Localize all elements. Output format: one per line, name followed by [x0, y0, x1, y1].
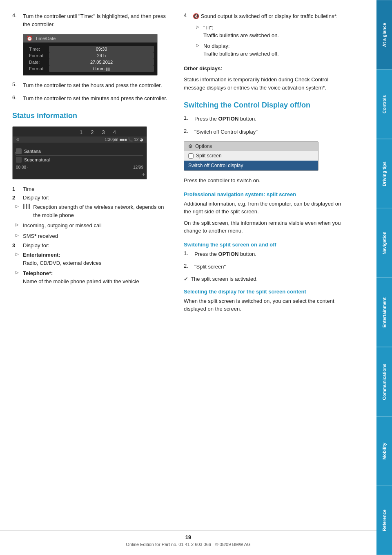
options-title-text: Options — [195, 143, 212, 149]
triangle-icon-2c: ▷ — [16, 233, 20, 237]
split-screen-checkbox[interactable] — [188, 153, 194, 159]
sidebar-tab-mobility[interactable]: Mobility — [376, 416, 392, 486]
num-3: 3 — [12, 242, 19, 248]
footer: 19 Online Edition for Part no. 01 41 2 6… — [0, 530, 376, 547]
status-numbers-overlay: 1 2 3 4 — [80, 129, 116, 135]
bullet-list-3: ▷ Entertainment: Radio, CD/DVD, external… — [16, 251, 172, 285]
left-column: 4. Turn the controller until "Time:" is … — [12, 12, 172, 316]
format-value-1: 24 h — [49, 52, 154, 59]
split-step-2: 2. "Split screen" — [184, 263, 343, 271]
screenshot-content: Time: 09:30 Format: 24 h Date: 27.05.201… — [23, 43, 157, 75]
format-label-1: Format: — [27, 52, 49, 59]
num-3-text: Display for: — [23, 242, 49, 248]
page-number: 19 — [0, 534, 376, 540]
bullet-3b-content: Telephone*: Name of the mobile phone pai… — [23, 269, 139, 285]
step-5: 5. Turn the controller to set the hours … — [12, 81, 172, 90]
bullet-ti: ▷ "TI": Traffic bulletins are switched o… — [196, 24, 338, 40]
pro-nav-text-2: On the split screen, this information re… — [184, 219, 343, 235]
status-section-header: Status information — [12, 111, 172, 121]
step-4: 4. Turn the controller until "Time:" is … — [12, 12, 172, 28]
switching-step-1-num: 1. — [184, 115, 191, 121]
clock-icon: ⏰ — [27, 36, 33, 41]
sidebar-tab-at-a-glance[interactable]: At a glance — [376, 0, 392, 69]
switching-control-header: Switching the Control Display off/on — [184, 101, 343, 110]
step-4-number: 4. — [12, 12, 20, 18]
split-step-1: 1. Press the OPTION button. — [184, 250, 343, 258]
time-label: Time: — [27, 46, 49, 52]
switching-step-1-text: Press the OPTION button. — [194, 115, 343, 123]
bullet-no-text: Traffic bulletins are switched off. — [203, 51, 279, 57]
num-4-label: 4 — [113, 129, 116, 135]
switching-step-2: 2. "Switch off Control display" — [184, 128, 343, 136]
split-step-1-text: Press the OPTION button. — [194, 250, 343, 258]
bullet-no-content: No display: Traffic bulletins are switch… — [203, 42, 279, 58]
sidebar-tab-controls[interactable]: Controls — [376, 69, 392, 139]
bullet-3b-text: Name of the mobile phone paired with the… — [23, 278, 139, 284]
bullet-ti-content: "TI": Traffic bulletins are switched on. — [203, 24, 279, 40]
selecting-text: When the split screen is switched on, yo… — [184, 297, 343, 313]
bullet-list-2: ▷ ▌▌▌ Reception strength of the wireless… — [16, 203, 172, 240]
prev-arrow: ‹ — [14, 149, 16, 157]
bullet-ti-title: "TI": — [203, 25, 213, 31]
add-icon: + — [142, 172, 145, 177]
options-item-switch-off[interactable]: Switch off Control display — [184, 161, 318, 170]
switching-step-1: 1. Press the OPTION button. — [184, 115, 343, 123]
options-screenshot: ⚙ Options Split screen Switch off Contro… — [184, 141, 318, 171]
date-label: Date: — [27, 59, 49, 65]
table-row: Time: 09:30 — [27, 46, 154, 52]
split-screen-label: Split screen — [196, 153, 222, 159]
bullet-no: ▷ No display: Traffic bulletins are swit… — [196, 42, 338, 58]
num-2-text: Display for: — [23, 195, 49, 201]
step-4-right-number: 4 — [184, 12, 189, 18]
copyright-text: Online Edition for Part no. 01 41 2 603 … — [126, 542, 250, 547]
status-music-row-2: Supernatural — [16, 156, 143, 164]
table-row: Format: tt.mm.jjjj — [27, 65, 154, 72]
split-step-2-num: 2. — [184, 263, 191, 269]
bullet-3b: ▷ Telephone*: Name of the mobile phone p… — [16, 269, 172, 285]
music-track-2: Supernatural — [24, 157, 50, 162]
bullet-2a: ▷ ▌▌▌ Reception strength of the wireless… — [16, 203, 172, 219]
status-time-display: 1:30pm ■■■ 📞 12 ◕ — [105, 137, 143, 142]
sidebar-tab-communications[interactable]: Communications — [376, 347, 392, 416]
pro-nav-header: Professional navigation system: split sc… — [184, 191, 343, 197]
bullet-3b-title: Telephone*: — [23, 270, 53, 276]
sidebar-tab-entertainment[interactable]: Entertainment — [376, 278, 392, 347]
split-step-1-num: 1. — [184, 250, 191, 256]
music-icon-1 — [16, 148, 22, 154]
bullet-no-title: No display: — [203, 43, 229, 49]
options-item-split-screen: Split screen — [184, 151, 318, 161]
switching-split-header: Switching the split screen on and off — [184, 242, 343, 248]
num-2-label: 2 — [91, 129, 94, 135]
main-content: 4. Turn the controller until "Time:" is … — [0, 0, 376, 341]
bullet-3a-text: Radio, CD/DVD, external devices — [23, 260, 101, 266]
time-date-table: Time: 09:30 Format: 24 h Date: 27.05.201… — [27, 46, 154, 72]
sidebar-tab-reference[interactable]: Reference — [376, 486, 392, 555]
table-row: Format: 24 h — [27, 52, 154, 59]
triangle-icon-ti: ▷ — [196, 25, 200, 29]
pro-nav-text-1: Additional information, e.g. from the co… — [184, 200, 343, 216]
num-3-label: 3 — [102, 129, 105, 135]
bullet-2c-text: SMS* received — [23, 232, 58, 240]
date-value: 27.05.2012 — [49, 59, 154, 65]
time-value: 09:30 — [49, 46, 154, 52]
switching-step-2-text: "Switch off Control display" — [194, 128, 343, 136]
triangle-icon-no: ▷ — [196, 43, 200, 47]
bullet-ti-text: Traffic bulletins are switched on. — [203, 32, 279, 38]
other-displays-label: Other displays: — [184, 65, 343, 73]
table-row: Date: 27.05.2012 — [27, 59, 154, 65]
step-5-number: 5. — [12, 81, 20, 87]
sidebar: At a glance Controls Driving tips Naviga… — [376, 0, 392, 555]
other-displays-text: Status information is temporarily hidden… — [184, 76, 343, 92]
screenshot-title-bar: ⏰ Time/Date — [23, 34, 157, 43]
num-1-text: Time — [23, 186, 34, 192]
num-1-label: 1 — [80, 129, 82, 135]
bullet-2b-text: Incoming, outgoing or missed call — [23, 222, 102, 230]
sidebar-tab-navigation[interactable]: Navigation — [376, 208, 392, 278]
status-screen-bg: 1 2 3 4 ⚙ 1:30pm ■■■ 📞 12 ◕ Santana — [13, 127, 147, 179]
bullet-list-right-4: ▷ "TI": Traffic bulletins are switched o… — [196, 24, 338, 58]
checkmark-icon: ✔ — [184, 276, 188, 282]
bullet-2a-text: Reception strength of the wireless netwo… — [33, 203, 172, 219]
num-3-item: 3 Display for: — [12, 242, 172, 248]
sidebar-tab-driving-tips[interactable]: Driving tips — [376, 139, 392, 208]
step-6-number: 6. — [12, 94, 20, 101]
